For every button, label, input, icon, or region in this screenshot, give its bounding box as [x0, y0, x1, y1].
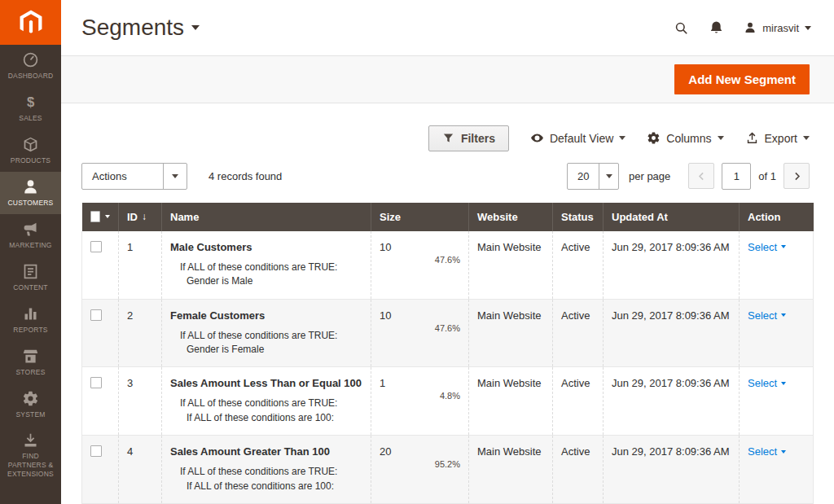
sidebar-item-content[interactable]: CONTENT: [0, 256, 61, 299]
segments-table: ID↓ Name Size Website Status Updated At …: [81, 203, 814, 504]
row-checkbox[interactable]: [90, 377, 102, 388]
row-name-cell: Female Customers If ALL of these conditi…: [162, 299, 371, 367]
row-size-cell: 10 47.6%: [371, 231, 469, 299]
page-title: Segments: [81, 15, 184, 41]
condition-intro: If ALL of these conditions are TRUE:: [170, 261, 362, 274]
sidebar-item-label: REPORTS: [13, 326, 47, 335]
column-header-updated-at[interactable]: Updated At: [604, 203, 740, 231]
default-view-dropdown[interactable]: Default View: [530, 131, 626, 145]
username: mirasvit: [762, 22, 799, 34]
total-pages-label: of 1: [758, 170, 776, 182]
row-action-cell: Select: [740, 299, 814, 367]
column-header-label: Website: [477, 211, 518, 223]
grid-toolbar: Filters Default View Columns Export: [61, 125, 834, 151]
row-select-action[interactable]: Select: [748, 309, 786, 322]
current-page-input[interactable]: [722, 163, 751, 190]
column-header-action[interactable]: Action: [740, 203, 814, 231]
segment-size-percent: 47.6%: [380, 255, 460, 265]
sidebar-item-find-partners[interactable]: FIND PARTNERS & EXTENSIONS: [0, 426, 61, 484]
segment-size: 20: [380, 445, 391, 458]
segment-name: Sales Amount Greater Than 100: [170, 445, 362, 458]
content-icon: [22, 263, 39, 280]
table-row: 1 Male Customers If ALL of these conditi…: [82, 231, 814, 299]
segment-size-percent: 47.6%: [380, 323, 460, 333]
main-content: Segments mirasvit Add New Segment: [61, 0, 834, 504]
row-select-action[interactable]: Select: [748, 445, 786, 458]
sidebar-item-products[interactable]: PRODUCTS: [0, 129, 61, 172]
segment-name: Female Customers: [170, 309, 362, 322]
default-view-label: Default View: [550, 132, 613, 145]
sidebar-item-label: CUSTOMERS: [8, 199, 54, 208]
sidebar-item-stores[interactable]: STORES: [0, 341, 61, 383]
add-new-segment-button[interactable]: Add New Segment: [674, 64, 810, 94]
export-dropdown[interactable]: Export: [745, 131, 810, 145]
select-all-checkbox[interactable]: [90, 211, 101, 222]
table-row: 3 Sales Amount Less Than or Equal 100 If…: [82, 367, 814, 436]
page-header: Segments mirasvit: [61, 0, 834, 55]
title-dropdown-caret-icon[interactable]: [191, 25, 200, 30]
actions-select[interactable]: Actions: [81, 163, 187, 190]
actions-select-value: Actions: [82, 164, 163, 189]
row-checkbox[interactable]: [90, 445, 102, 457]
default-view-caret-icon: [619, 136, 626, 140]
row-select-action[interactable]: Select: [748, 241, 786, 253]
row-name-cell: Sales Amount Less Than or Equal 100 If A…: [162, 367, 371, 436]
user-menu[interactable]: mirasvit: [744, 21, 811, 34]
row-website-cell: Main Website: [469, 436, 553, 504]
columns-caret-icon: [718, 136, 724, 140]
sidebar-item-customers[interactable]: CUSTOMERS: [0, 172, 61, 214]
column-header-label: Name: [170, 211, 199, 223]
per-page-value: 20: [568, 164, 599, 189]
column-header-label: Size: [380, 211, 401, 223]
row-checkbox-cell: [82, 231, 119, 299]
previous-page-button[interactable]: [688, 163, 714, 189]
filters-button[interactable]: Filters: [428, 125, 509, 151]
sidebar-item-label: PRODUCTS: [11, 156, 50, 165]
next-page-button[interactable]: [784, 163, 810, 189]
sidebar-item-dashboard[interactable]: DASHBOARD: [0, 45, 61, 87]
condition-detail: Gender is Male: [170, 274, 362, 288]
sidebar-item-sales[interactable]: $ SALES: [0, 87, 61, 129]
select-action-label: Select: [748, 445, 777, 458]
column-header-name[interactable]: Name: [162, 203, 371, 231]
sidebar-item-label: DASHBOARD: [8, 72, 54, 81]
user-menu-caret-icon: [805, 26, 811, 30]
row-id-cell: 4: [119, 436, 162, 504]
row-updated-cell: Jun 29, 2017 8:09:36 AM: [604, 231, 740, 299]
condition-intro: If ALL of these conditions are TRUE:: [170, 465, 362, 479]
row-action-cell: Select: [740, 367, 814, 436]
condition-detail: If ALL of these conditions are 100:: [170, 480, 362, 493]
sidebar-item-system[interactable]: SYSTEM: [0, 383, 61, 426]
table-header-row: ID↓ Name Size Website Status Updated At …: [82, 203, 814, 231]
column-header-label: Action: [748, 211, 780, 223]
column-header-label: ID: [127, 211, 138, 223]
eye-icon: [530, 131, 544, 145]
column-header-size[interactable]: Size: [371, 203, 469, 231]
pagination: of 1: [688, 163, 810, 190]
chevron-down-icon: [172, 174, 178, 178]
search-button[interactable]: [674, 20, 689, 36]
column-header-id[interactable]: ID↓: [119, 203, 162, 231]
select-action-label: Select: [748, 377, 777, 389]
notifications-button[interactable]: [709, 20, 724, 36]
row-status-cell: Active: [553, 436, 604, 504]
columns-dropdown[interactable]: Columns: [647, 131, 723, 145]
row-checkbox[interactable]: [90, 309, 102, 321]
sidebar-item-reports[interactable]: REPORTS: [0, 299, 61, 341]
sidebar-item-marketing[interactable]: MARKETING: [0, 214, 61, 256]
magento-logo[interactable]: [0, 0, 61, 45]
row-name-cell: Sales Amount Greater Than 100 If ALL of …: [162, 436, 371, 504]
row-checkbox[interactable]: [90, 241, 102, 252]
column-header-status[interactable]: Status: [553, 203, 604, 231]
user-icon: [744, 21, 757, 34]
select-all-header[interactable]: [82, 203, 119, 231]
per-page-select[interactable]: 20: [567, 163, 619, 190]
records-found-text: 4 records found: [208, 170, 282, 182]
row-id-cell: 2: [119, 299, 162, 367]
grid-controls: Actions 4 records found 20 per page of 1: [61, 163, 834, 190]
row-checkbox-cell: [82, 436, 119, 504]
search-icon: [674, 20, 689, 36]
per-page-select-arrow: [599, 164, 618, 189]
row-select-action[interactable]: Select: [748, 377, 786, 389]
column-header-website[interactable]: Website: [469, 203, 553, 231]
